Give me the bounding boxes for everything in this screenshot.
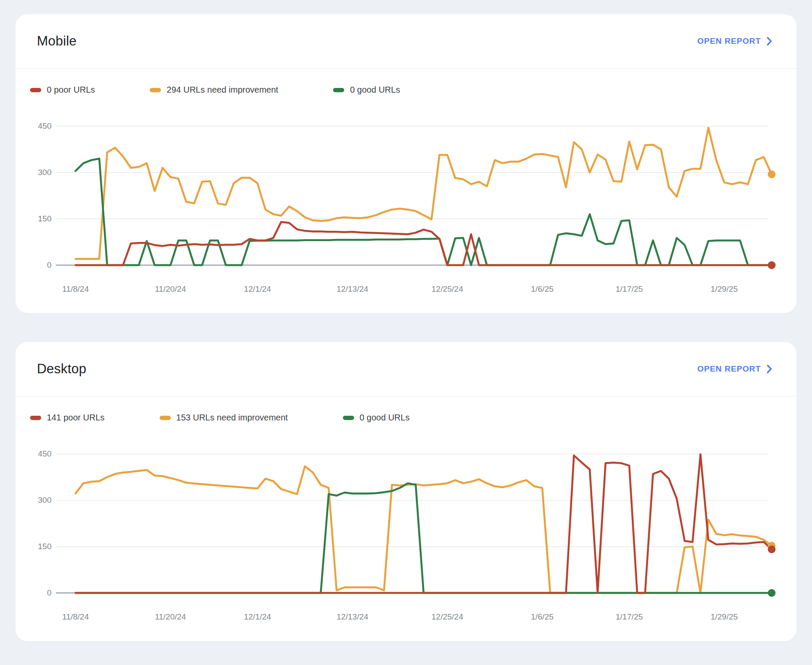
urls-need-improvement-line xyxy=(76,466,772,593)
x-axis-tick-label: 1/17/25 xyxy=(595,284,664,294)
x-axis-tick-label: 12/1/24 xyxy=(223,284,292,294)
desktop-card: Desktop OPEN REPORT 141 poor URLs 153 UR… xyxy=(15,342,797,641)
core-web-vitals-page: { "page": { "background_color": "#edf1f6… xyxy=(0,0,812,665)
x-axis-tick-label: 1/29/25 xyxy=(690,284,758,294)
legend-item-poor: 0 poor URLs xyxy=(30,85,95,95)
desktop-card-header: Desktop OPEN REPORT xyxy=(15,342,797,396)
x-axis-tick-label: 12/1/24 xyxy=(223,612,292,622)
legend-color-swatch xyxy=(150,88,161,92)
legend-item-need-improvement: 153 URLs need improvement xyxy=(160,413,288,423)
y-axis-tick-label: 450 xyxy=(23,449,52,459)
desktop-card-body: 141 poor URLs 153 URLs need improvement … xyxy=(15,396,797,641)
y-axis-tick-label: 150 xyxy=(23,214,52,224)
good-urls-end-dot xyxy=(768,589,776,597)
y-axis-tick-label: 0 xyxy=(23,260,52,270)
legend-color-swatch xyxy=(30,88,41,92)
urls-need-improvement-end-dot xyxy=(768,170,776,178)
open-report-link-mobile[interactable]: OPEN REPORT xyxy=(697,36,773,46)
desktop-chart-svg xyxy=(15,396,797,641)
mobile-chart-svg xyxy=(15,69,797,313)
y-axis-tick-label: 300 xyxy=(23,168,52,177)
chevron-right-icon xyxy=(766,36,773,46)
desktop-line-chart: 015030045011/8/2411/20/2412/1/2412/13/24… xyxy=(15,396,797,641)
legend-label-need-improvement: 294 URLs need improvement xyxy=(167,85,278,95)
x-axis-tick-label: 11/8/24 xyxy=(41,612,110,622)
good-urls-line xyxy=(76,483,772,593)
y-axis-tick-label: 450 xyxy=(23,121,52,131)
legend-label-good: 0 good URLs xyxy=(350,85,400,95)
poor-urls-line xyxy=(76,222,772,265)
open-report-link-desktop[interactable]: OPEN REPORT xyxy=(697,364,773,374)
x-axis-tick-label: 12/25/24 xyxy=(413,612,482,622)
legend-label-poor: 0 poor URLs xyxy=(47,85,95,95)
legend-item-good: 0 good URLs xyxy=(343,413,410,423)
poor-urls-line xyxy=(76,454,772,593)
legend-label-good: 0 good URLs xyxy=(360,413,410,423)
y-axis-tick-label: 0 xyxy=(23,588,52,598)
mobile-card-body: 0 poor URLs 294 URLs need improvement 0 … xyxy=(15,69,797,313)
x-axis-tick-label: 1/17/25 xyxy=(595,612,664,622)
x-axis-tick-label: 12/25/24 xyxy=(413,284,482,294)
legend-color-swatch xyxy=(343,416,354,420)
mobile-chart-legend: 0 poor URLs 294 URLs need improvement 0 … xyxy=(30,85,400,95)
x-axis-tick-label: 12/13/24 xyxy=(318,612,387,622)
y-axis-tick-label: 150 xyxy=(23,542,52,551)
legend-item-good: 0 good URLs xyxy=(333,85,400,95)
x-axis-tick-label: 1/6/25 xyxy=(508,612,576,622)
poor-urls-end-dot xyxy=(768,261,776,269)
legend-label-need-improvement: 153 URLs need improvement xyxy=(176,413,288,423)
open-report-label: OPEN REPORT xyxy=(697,36,761,46)
card-title-mobile: Mobile xyxy=(37,33,77,49)
mobile-card: Mobile OPEN REPORT 0 poor URLs 294 URLs … xyxy=(15,14,797,313)
x-axis-tick-label: 1/6/25 xyxy=(508,284,576,294)
legend-item-need-improvement: 294 URLs need improvement xyxy=(150,85,278,95)
mobile-line-chart: 015030045011/8/2411/20/2412/1/2412/13/24… xyxy=(15,69,797,313)
legend-color-swatch xyxy=(333,88,344,92)
mobile-card-header: Mobile OPEN REPORT xyxy=(15,14,797,69)
x-axis-tick-label: 11/20/24 xyxy=(136,612,205,622)
good-urls-line xyxy=(76,159,772,265)
poor-urls-end-dot xyxy=(768,545,776,553)
chevron-right-icon xyxy=(766,364,773,374)
legend-item-poor: 141 poor URLs xyxy=(30,413,105,423)
legend-color-swatch xyxy=(160,416,171,420)
x-axis-tick-label: 1/29/25 xyxy=(690,612,758,622)
desktop-chart-legend: 141 poor URLs 153 URLs need improvement … xyxy=(30,413,409,423)
x-axis-tick-label: 12/13/24 xyxy=(318,284,387,294)
y-axis-tick-label: 300 xyxy=(23,496,52,505)
legend-label-poor: 141 poor URLs xyxy=(47,413,105,423)
x-axis-tick-label: 11/20/24 xyxy=(136,284,205,294)
open-report-label: OPEN REPORT xyxy=(697,364,761,374)
legend-color-swatch xyxy=(30,416,41,420)
card-title-desktop: Desktop xyxy=(37,361,86,377)
x-axis-tick-label: 11/8/24 xyxy=(41,284,110,294)
